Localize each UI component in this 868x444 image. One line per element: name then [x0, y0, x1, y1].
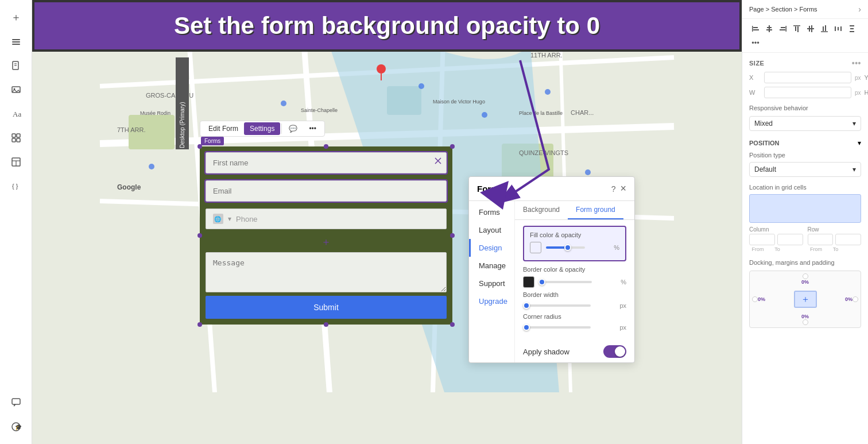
form-help-icon[interactable]: ?: [611, 184, 616, 194]
border-slider-thumb[interactable]: [538, 279, 545, 285]
svg-rect-9: [12, 134, 16, 137]
table-icon[interactable]: [6, 152, 26, 172]
row-label: Row: [808, 226, 862, 233]
code-icon[interactable]: { }: [6, 176, 26, 196]
components-icon[interactable]: [6, 128, 26, 148]
align-top-btn[interactable]: [790, 22, 803, 35]
position-section-header[interactable]: Position ▾: [742, 134, 868, 152]
first-name-field[interactable]: [206, 152, 447, 173]
border-width-thumb[interactable]: [523, 302, 530, 309]
position-type-dropdown[interactable]: Default ▾: [749, 162, 861, 177]
svg-rect-17: [12, 399, 20, 404]
form-panel-tabs: Background Form ground: [515, 201, 634, 220]
phone-dropdown[interactable]: ▾: [228, 215, 231, 223]
email-field[interactable]: [206, 180, 447, 202]
edit-form-button[interactable]: Edit Form: [203, 122, 244, 135]
resize-handle-bl[interactable]: [197, 322, 202, 327]
border-width-label: Border width: [523, 291, 626, 298]
column-to-input[interactable]: 1: [777, 234, 803, 245]
nav-upgrade[interactable]: Upgrade: [469, 292, 514, 310]
svg-text:Place de la Bastille: Place de la Bastille: [519, 110, 563, 116]
fill-value-input[interactable]: 0: [590, 244, 609, 252]
responsive-dropdown[interactable]: Mixed ▾: [749, 116, 861, 131]
resize-handle-mr[interactable]: [450, 233, 455, 238]
resize-handle-br[interactable]: [450, 322, 455, 327]
help-icon[interactable]: 🎓: [6, 416, 26, 437]
panel-collapse-button[interactable]: ›: [858, 5, 861, 14]
corner-input[interactable]: 0: [595, 323, 615, 331]
fill-slider-thumb[interactable]: [564, 244, 571, 251]
resize-handle-ml[interactable]: [197, 233, 202, 238]
border-value-input[interactable]: 0: [596, 278, 616, 286]
tab-form-ground[interactable]: Form ground: [568, 201, 623, 219]
column-inputs: 1 1: [749, 234, 803, 245]
nav-forms[interactable]: Forms: [469, 203, 514, 221]
size-more[interactable]: •••: [852, 59, 861, 68]
row-to-input[interactable]: 1: [835, 234, 861, 245]
border-width-slider[interactable]: [523, 304, 591, 307]
svg-text:Maison de Victor Hugo: Maison de Victor Hugo: [433, 99, 485, 105]
position-label: Position: [749, 140, 780, 146]
pages-icon[interactable]: [6, 55, 26, 76]
corner-section: Corner radius 0 px: [523, 313, 626, 331]
distribute-v-btn[interactable]: [846, 22, 858, 35]
dock-left-circle[interactable]: [752, 296, 758, 302]
comment-button[interactable]: 💬: [283, 122, 303, 135]
submit-button[interactable]: Submit: [206, 296, 447, 319]
svg-text:QUINZE-VINGTS: QUINZE-VINGTS: [519, 149, 568, 156]
nav-manage[interactable]: Manage: [469, 257, 514, 275]
typography-icon[interactable]: Aa: [6, 103, 26, 124]
nav-layout[interactable]: Layout: [469, 221, 514, 239]
corner-thumb[interactable]: [523, 324, 530, 331]
layers-icon[interactable]: [6, 31, 26, 52]
resize-handle-tr[interactable]: [450, 144, 455, 149]
resize-handle-bm[interactable]: [324, 322, 328, 327]
dock-bottom-circle[interactable]: [803, 319, 808, 325]
align-center-h-btn[interactable]: [763, 22, 776, 35]
fill-slider[interactable]: [546, 246, 585, 249]
align-left-btn[interactable]: [749, 22, 762, 35]
banner-text: Set the form background opacity to 0: [174, 12, 600, 40]
svg-rect-12: [17, 138, 20, 142]
border-width-input[interactable]: 0: [595, 302, 615, 310]
form-close-icon[interactable]: ×: [620, 183, 626, 195]
svg-rect-76: [838, 27, 839, 30]
settings-button[interactable]: Settings: [244, 122, 280, 135]
tab-background[interactable]: Background: [515, 201, 568, 219]
chat-icon[interactable]: [6, 392, 26, 413]
corner-slider[interactable]: [523, 326, 591, 329]
more-button[interactable]: •••: [303, 122, 322, 135]
column-from-input[interactable]: 1: [749, 234, 775, 245]
expand-icon[interactable]: [434, 157, 442, 167]
forms-tag[interactable]: Forms: [201, 137, 224, 145]
docking-center-box[interactable]: ＋: [794, 291, 817, 308]
responsive-label: Responsive behavior: [742, 100, 868, 113]
add-field-icon[interactable]: ＋: [206, 233, 447, 251]
align-bottom-btn[interactable]: [818, 22, 831, 35]
svg-text:Google: Google: [117, 183, 141, 191]
x-input[interactable]: 60: [764, 72, 851, 83]
border-width-section: Border width 0 px: [523, 291, 626, 310]
shadow-toggle[interactable]: [603, 345, 626, 358]
svg-rect-67: [795, 26, 796, 31]
nav-support[interactable]: Support: [469, 275, 514, 292]
main-canvas: Set the form background opacity to 0 GRO…: [32, 0, 742, 444]
row-from-input[interactable]: 1: [808, 234, 834, 245]
row-to-label: To: [827, 246, 844, 252]
distribute-h-btn[interactable]: [832, 22, 844, 35]
svg-rect-60: [769, 25, 770, 32]
message-field[interactable]: [206, 252, 447, 292]
border-slider[interactable]: [539, 281, 592, 283]
fill-color-swatch[interactable]: [530, 242, 541, 253]
add-icon[interactable]: ＋: [6, 7, 26, 28]
align-middle-btn[interactable]: [804, 22, 817, 35]
resize-handle-tm[interactable]: [324, 144, 328, 149]
dock-top-circle[interactable]: [803, 273, 808, 279]
align-right-btn[interactable]: [777, 22, 789, 35]
w-input[interactable]: 520: [764, 87, 851, 98]
nav-design[interactable]: Design: [469, 239, 514, 257]
media-icon[interactable]: [6, 79, 26, 100]
border-color-swatch[interactable]: [523, 276, 534, 288]
more-align-btn[interactable]: •••: [749, 36, 762, 49]
dock-right-circle[interactable]: [852, 296, 858, 302]
